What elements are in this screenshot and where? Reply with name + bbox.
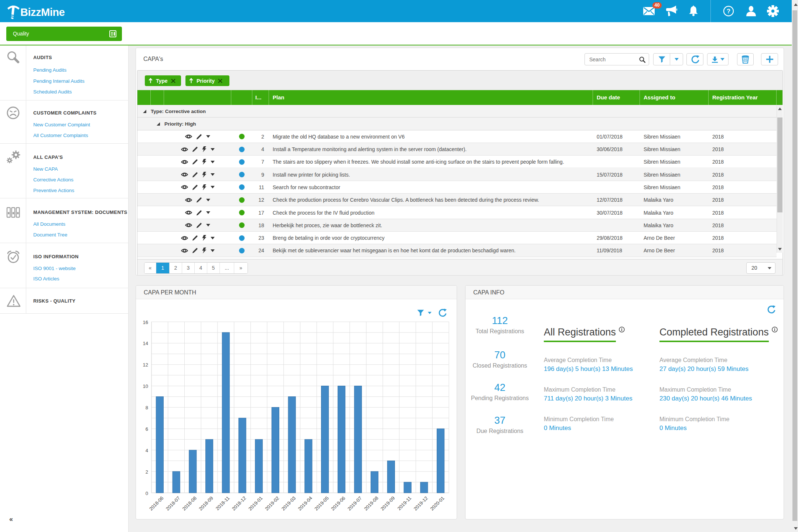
pager-page-1[interactable]: 1 [156,263,170,273]
collapse-icon[interactable] [143,110,146,113]
sidebar-item-preventive-actions[interactable]: Preventive Actions [33,185,74,196]
row-menu-icon[interactable] [211,237,215,239]
group-row-priority[interactable]: Priority: High [137,117,777,130]
sidebar-item-new-customer-complaint[interactable]: New Customer Complaint [33,119,90,130]
workflow-icon[interactable] [202,248,207,253]
capa-row-12[interactable]: 12Check the production process for Cereb… [137,194,777,206]
pager-page-4[interactable]: 4 [195,263,207,273]
capa-row-4[interactable]: 4Install a Temperature monitoring and al… [137,143,777,156]
view-icon[interactable] [181,160,188,164]
edit-icon[interactable] [192,159,198,165]
refresh-icon[interactable] [767,305,775,314]
scroll-down-icon[interactable] [778,248,782,250]
workflow-icon[interactable] [202,172,207,178]
page-scrollbar-thumb[interactable] [792,10,797,521]
sidebar-item-iso-articles[interactable]: ISO Articles [33,273,59,284]
scroll-up-icon[interactable] [778,108,782,110]
edit-icon[interactable] [192,184,198,190]
grid-scrollbar[interactable] [777,105,783,253]
sidebar-item-pending-internal-audits[interactable]: Pending Internal Audits [33,76,85,86]
workflow-icon[interactable] [202,184,207,190]
capa-row-9[interactable]: 9Install new printer for picking lists.1… [137,168,777,181]
row-menu-icon[interactable] [206,224,210,226]
page-size-select[interactable]: 20 [746,262,775,274]
row-menu-icon[interactable] [206,199,210,201]
workflow-icon[interactable] [202,159,207,165]
edit-icon[interactable] [192,146,198,152]
edit-icon[interactable] [192,235,198,241]
sidebar-collapse-button[interactable]: « [9,515,13,523]
group-row-type[interactable]: Type: Corrective action [137,105,777,117]
view-icon[interactable] [181,236,188,241]
sidebar-item-new-capa[interactable]: New CAPA [33,164,58,174]
sidebar-item-corrective-actions[interactable]: Corrective Actions [33,174,74,185]
view-icon[interactable] [181,185,188,190]
search-input[interactable] [585,54,637,65]
filter-split-button[interactable] [653,53,683,65]
refresh-button[interactable] [686,53,703,65]
scroll-up-icon[interactable] [794,3,798,6]
sidebar-item-pending-audits[interactable]: Pending Audits [33,65,66,75]
row-menu-icon[interactable] [211,173,215,176]
capa-row-17[interactable]: 17Check the process for the IV fluid pro… [137,206,777,219]
edit-icon[interactable] [192,172,198,178]
view-icon[interactable] [181,147,188,152]
view-icon[interactable] [181,248,188,253]
pager-page-5[interactable]: 5 [207,263,220,273]
pager-page-2[interactable]: 2 [170,263,182,273]
info-icon[interactable] [772,327,778,332]
capa-row-24[interactable]: 24Bekijk met de subleverancier waar het … [137,244,777,257]
notifications-button[interactable] [685,0,702,22]
sidebar-item-all-documents[interactable]: All Documents [33,219,65,229]
sidebar-item-all-customer-complaints[interactable]: All Customer Complaints [33,130,88,141]
row-menu-icon[interactable] [211,161,215,163]
announcements-button[interactable] [663,0,679,22]
collapse-icon[interactable] [157,122,160,126]
export-split-button[interactable] [707,53,729,65]
group-chip-priority[interactable]: Priority [185,75,229,86]
workflow-icon[interactable] [202,235,207,241]
scroll-down-icon[interactable] [794,527,798,530]
pager-page-3[interactable]: 3 [182,263,195,273]
settings-button[interactable] [765,0,781,22]
edit-icon[interactable] [192,248,198,253]
header-id[interactable]: I... [252,90,269,105]
row-menu-icon[interactable] [206,135,210,138]
filter-menu-button[interactable] [670,53,683,65]
pager-next-button[interactable]: » [234,263,248,273]
capa-row-23[interactable]: 23Breng de betaling in orde voor de cryp… [137,232,777,244]
header-registration-year[interactable]: Registration Year [709,90,777,105]
help-button[interactable]: ? [720,0,737,22]
view-icon[interactable] [185,210,192,215]
row-menu-icon[interactable] [206,211,210,214]
row-menu-icon[interactable] [211,148,215,151]
close-icon[interactable] [218,79,222,83]
edit-icon[interactable] [196,197,202,203]
group-chip-type[interactable]: Type [145,75,181,86]
view-icon[interactable] [185,198,192,202]
row-menu-icon[interactable] [211,186,215,188]
info-icon[interactable] [619,327,625,332]
sidebar-item-scheduled-audits[interactable]: Scheduled Audits [33,86,72,97]
edit-icon[interactable] [196,210,202,216]
grid-scrollbar-thumb[interactable] [777,117,782,212]
add-capa-button[interactable] [761,53,778,65]
page-scrollbar[interactable] [792,0,798,532]
workflow-icon[interactable] [202,146,207,152]
sidebar-item-iso-9001-website[interactable]: ISO 9001 - website [33,263,76,274]
close-icon[interactable] [171,79,175,83]
workspace-selector-button[interactable]: Quality [6,27,122,41]
header-due-date[interactable]: Due date [593,90,640,105]
capa-row-2[interactable]: 2Migrate the old HQ database to a new en… [137,130,777,143]
header-assigned-to[interactable]: Assigned to [640,90,709,105]
edit-icon[interactable] [196,222,202,228]
capa-row-11[interactable]: 11Search for new subcontractorSibren Mis… [137,181,777,194]
pager-more-button[interactable]: ... [220,263,234,273]
profile-button[interactable] [743,0,759,22]
capa-row-18[interactable]: 18Herbekijk het proces, zie waar de bott… [137,219,777,232]
sidebar-item-document-tree[interactable]: Document Tree [33,229,67,240]
filter-button[interactable] [654,53,670,65]
header-plan[interactable]: Plan [269,90,593,105]
view-icon[interactable] [181,172,188,177]
row-menu-icon[interactable] [211,249,215,252]
